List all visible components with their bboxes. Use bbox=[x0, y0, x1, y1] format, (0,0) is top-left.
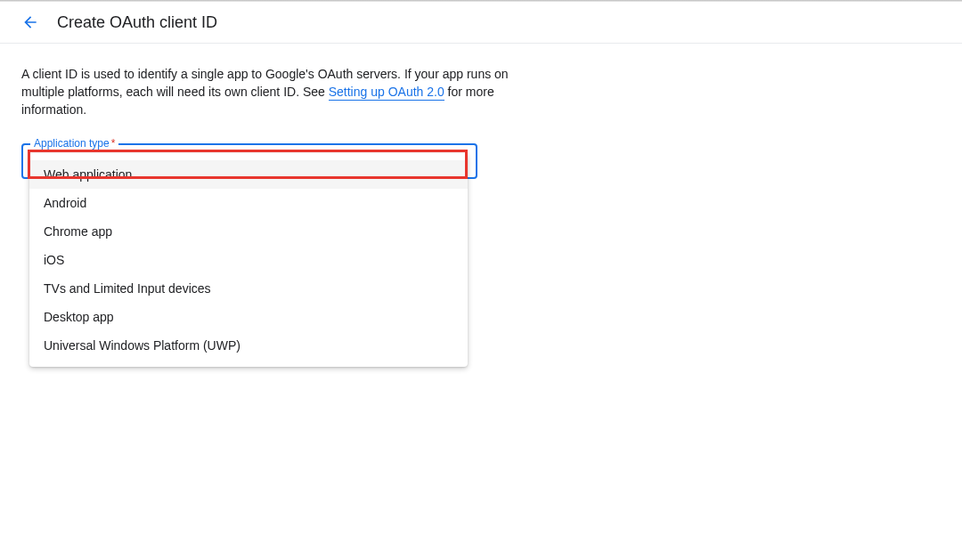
page-header: Create OAuth client ID bbox=[0, 2, 962, 44]
main-content: A client ID is used to identify a single… bbox=[0, 44, 534, 200]
dropdown-option-chrome-app[interactable]: Chrome app bbox=[29, 217, 468, 246]
dropdown-option-android[interactable]: Android bbox=[29, 189, 468, 217]
required-indicator: * bbox=[111, 137, 116, 150]
dropdown-option-ios[interactable]: iOS bbox=[29, 246, 468, 274]
application-type-field-wrapper: Application type * Web application Andro… bbox=[21, 143, 477, 179]
dropdown-option-tvs[interactable]: TVs and Limited Input devices bbox=[29, 274, 468, 303]
dropdown-option-web-application[interactable]: Web application bbox=[29, 160, 468, 189]
application-type-label: Application type * bbox=[30, 137, 118, 150]
dropdown-option-uwp[interactable]: Universal Windows Platform (UWP) bbox=[29, 331, 468, 360]
back-button[interactable] bbox=[20, 12, 41, 33]
application-type-label-text: Application type bbox=[34, 137, 110, 150]
page-title: Create OAuth client ID bbox=[57, 13, 217, 32]
arrow-left-icon bbox=[21, 13, 39, 31]
description-text: A client ID is used to identify a single… bbox=[21, 65, 513, 118]
dropdown-option-desktop[interactable]: Desktop app bbox=[29, 303, 468, 331]
setup-oauth-link[interactable]: Setting up OAuth 2.0 bbox=[329, 85, 444, 101]
application-type-dropdown: Web application Android Chrome app iOS T… bbox=[29, 153, 468, 367]
